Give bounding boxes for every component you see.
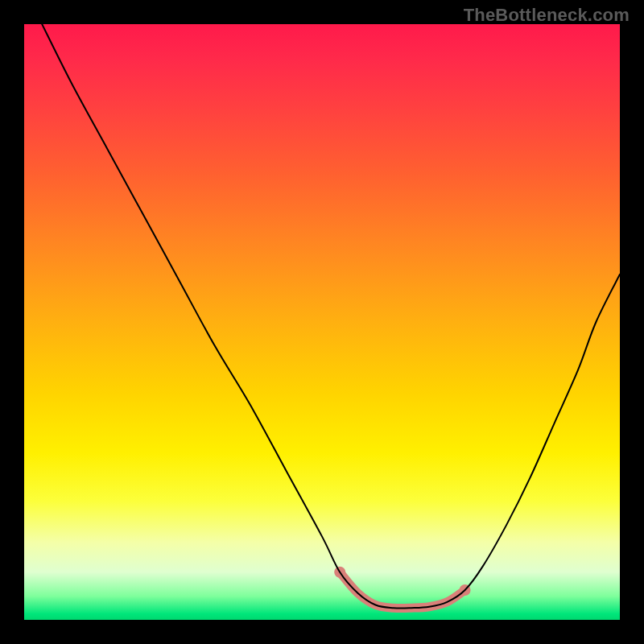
curve-layer — [24, 24, 620, 620]
chart-frame: TheBottleneck.com — [0, 0, 644, 644]
highlight-segment — [334, 567, 470, 609]
watermark-text: TheBottleneck.com — [464, 5, 630, 26]
bottleneck-curve — [42, 24, 620, 609]
plot-area — [24, 24, 620, 620]
